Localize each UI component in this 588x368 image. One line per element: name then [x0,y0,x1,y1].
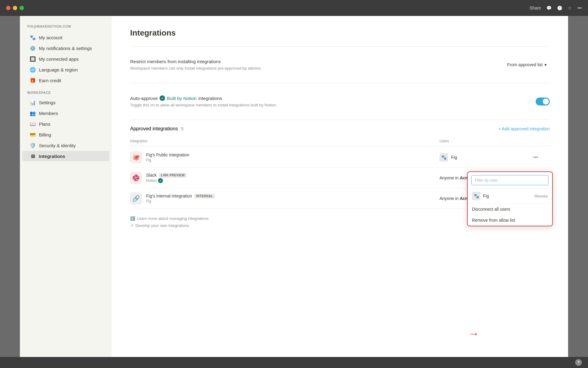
sidebar-item-label: Language & region [39,67,78,72]
restrict-setting-row: Restrict members from installing integra… [130,53,550,77]
integration-sub-slack: Notion ✓ [146,178,187,183]
integration-sub-internal: Fig [146,199,215,203]
divider-mid [130,83,550,83]
popup-user-info: 🐾 Fig [472,192,489,200]
add-approved-integration-button[interactable]: + Add approved integration [498,126,550,131]
develop-label: Develop your own integrations [135,223,189,228]
account-icon: 🐾 [30,34,36,40]
autoapprove-desc: Toggle this on to allow all workspace me… [130,103,536,107]
more-options-icon[interactable]: ••• [577,6,582,10]
sidebar-item-my-account[interactable]: 🐾 My account [22,32,109,43]
notifications-icon: ⚙️ [30,45,36,51]
sidebar-item-earn-credit[interactable]: 🎁 Earn credit [22,75,109,86]
integration-details-internal: Fig's Internal Integration INTERNAL Fig [146,194,215,203]
sidebar-item-label: My account [39,35,62,40]
sidebar-item-language-region[interactable]: 🌐 Language & region [22,64,109,75]
remove-from-allow-list-button[interactable]: Remove from allow list [468,215,552,226]
autoapprove-left: Auto-approve ✓ Built by Notion integrati… [130,95,536,107]
page-title: Integrations [130,28,550,38]
security-icon: 🛡️ [30,142,36,148]
integration-info: 🐙 Fig's Public Integration Fig [130,151,439,163]
help-button[interactable]: ? [575,359,582,366]
notion-badge-icon: ✓ [160,95,165,101]
external-link-icon: ↗ [130,223,134,228]
autoapprove-toggle[interactable] [536,98,550,105]
restrict-desc: Workspace members can only install integ… [130,66,283,71]
close-button[interactable] [6,6,10,10]
main-window: FIG@MAKENOTION.COM 🐾 My account ⚙️ My no… [20,16,568,357]
popup-user-name: Fig [483,194,489,198]
divider-approved [130,120,550,120]
sidebar-email: FIG@MAKENOTION.COM [20,25,112,32]
earn-credit-icon: 🎁 [30,77,36,83]
integration-details-slack: Slack LINK PREVIEW Notion ✓ [146,173,187,183]
filter-by-user-input[interactable] [471,175,548,185]
autoapprove-suffix: integrations [198,96,222,101]
restrict-dropdown[interactable]: From approved list ▾ [504,60,550,69]
restrict-dropdown-label: From approved list [507,62,543,67]
sidebar-item-integrations[interactable]: ⊞ Integrations [22,151,109,161]
integration-icon-slack [130,172,142,184]
integration-name: Fig's Public Integration [146,152,189,157]
integration-sub: Fig [146,158,189,162]
integration-icon-internal: 🔗 [130,193,142,204]
sidebar-item-plans[interactable]: 📖 Plans [22,119,109,129]
red-arrow-indicator: → [468,327,479,340]
main-content: Integrations Restrict members from insta… [112,16,568,357]
integration-details: Fig's Public Integration Fig [146,152,189,162]
more-options-button-figs-public[interactable]: ••• [531,153,540,162]
restrict-title: Restrict members from installing integra… [130,59,504,64]
billing-icon: 💳 [30,132,36,138]
sidebar-item-label: Members [39,111,58,116]
titlebar-actions: Share 💬 🕐 ☆ ••• [530,6,582,10]
sidebar-item-billing[interactable]: 💳 Billing [22,129,109,140]
users-cell-figs-public: 🐾 Fig [439,153,531,162]
minimize-button[interactable] [13,6,17,10]
integrations-icon: ⊞ [30,153,36,159]
disconnect-label: Disconnect all users [472,207,510,212]
internal-badge: INTERNAL [194,194,215,198]
star-icon[interactable]: ☆ [568,6,572,10]
integration-name-internal: Fig's Internal Integration INTERNAL [146,194,215,198]
integration-row-figs-public: 🐙 Fig's Public Integration Fig 🐾 Fig ••• [130,147,550,168]
divider-top [130,46,550,47]
sidebar-item-my-notifications[interactable]: ⚙️ My notifications & settings [22,43,109,53]
titlebar: Share 💬 🕐 ☆ ••• [0,0,588,16]
clock-icon[interactable]: 🕐 [557,6,562,10]
disconnect-all-users-button[interactable]: Disconnect all users [468,204,552,215]
bottom-bar: ? [0,357,588,368]
info-icon: ℹ️ [130,216,135,221]
remove-label: Remove from allow list [472,218,515,223]
sidebar-item-members[interactable]: 👥 Members [22,108,109,118]
integration-popup-dropdown: 🐾 Fig Revoke Disconnect all users Remove… [467,171,553,226]
workspace-section-label: WORKSPACE [20,86,112,97]
chat-icon[interactable]: 💬 [546,6,552,10]
members-icon: 👥 [30,110,36,116]
revoke-button[interactable]: Revoke [534,194,548,198]
language-icon: 🌐 [30,67,36,73]
integration-name-slack: Slack LINK PREVIEW [146,173,187,178]
sidebar-item-label: Billing [39,132,51,137]
popup-search-container [468,172,552,189]
learn-more-label: Learn more about managing integrations [137,216,209,221]
sidebar-item-label: My notifications & settings [39,46,92,51]
notion-verified-icon: ✓ [158,178,163,183]
autoapprove-row: Auto-approve ✓ Built by Notion integrati… [130,89,550,113]
sidebar-item-label: Settings [39,100,55,105]
sidebar-item-label: Earn credit [39,78,61,83]
built-by-notion-label: Built by Notion [167,96,197,101]
help-label: ? [577,360,579,365]
popup-user-row: 🐾 Fig Revoke [468,189,552,204]
sidebar-item-settings[interactable]: 📊 Settings [22,97,109,108]
plans-icon: 📖 [30,121,36,127]
user-avatar: 🐾 [439,153,448,162]
approved-label: Approved integrations [130,126,178,131]
users-label: Fig [451,155,457,160]
share-button[interactable]: Share [530,6,541,10]
maximize-button[interactable] [20,6,24,10]
chevron-down-icon: ▾ [545,62,547,67]
autoapprove-prefix: Auto-approve [130,96,158,101]
col-users: Users [439,139,531,143]
sidebar-item-my-connected-apps[interactable]: 🔲 My connected apps [22,54,109,64]
sidebar-item-security-identity[interactable]: 🛡️ Security & identity [22,140,109,151]
